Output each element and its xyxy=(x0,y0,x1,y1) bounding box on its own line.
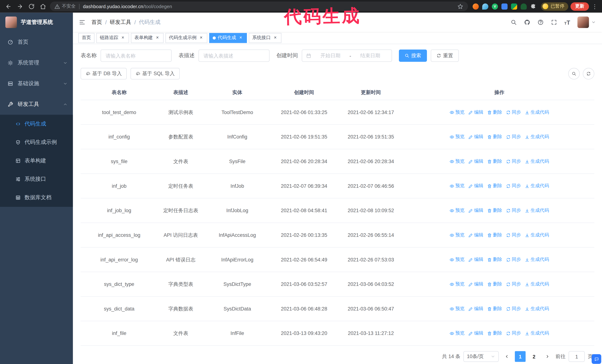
preview-link[interactable]: 预览 xyxy=(450,232,464,238)
edit-link[interactable]: 编辑 xyxy=(468,232,484,238)
tag-codegen-example[interactable]: 代码生成示例× xyxy=(165,33,207,43)
create-time-range-picker[interactable]: 开始日期 - 结束日期 xyxy=(302,49,392,62)
edit-link[interactable]: 编辑 xyxy=(468,109,484,115)
prev-page-button[interactable] xyxy=(502,351,512,362)
page-number-2[interactable]: 2 xyxy=(529,351,539,362)
preview-link[interactable]: 预览 xyxy=(450,207,464,214)
close-icon[interactable]: × xyxy=(238,35,243,41)
search-button[interactable]: 搜索 xyxy=(399,49,427,62)
sidebar-item-home[interactable]: 首页 xyxy=(0,32,73,52)
bookmark-star-icon[interactable] xyxy=(457,3,463,10)
profile-paused-badge[interactable]: 已暂停 xyxy=(541,2,568,10)
preview-link[interactable]: 预览 xyxy=(450,330,464,337)
app-logo[interactable]: 芋道管理系统 xyxy=(0,13,73,32)
toggle-search-button[interactable] xyxy=(568,68,580,79)
sync-link[interactable]: 同步 xyxy=(506,207,521,214)
help-icon[interactable] xyxy=(537,19,543,25)
sync-link[interactable]: 同步 xyxy=(506,305,521,312)
fullscreen-icon[interactable] xyxy=(551,19,557,25)
sidebar-item-system[interactable]: 系统管理 xyxy=(0,52,73,73)
user-menu[interactable] xyxy=(577,16,596,28)
tag-form-builder[interactable]: 表单构建× xyxy=(131,33,163,43)
sidebar-item-db-doc[interactable]: 数据库文档 xyxy=(0,188,73,207)
edit-link[interactable]: 编辑 xyxy=(468,256,484,263)
table-name-input[interactable] xyxy=(101,49,172,62)
generate-code-link[interactable]: 生成代码 xyxy=(525,183,549,189)
delete-link[interactable]: 删除 xyxy=(487,256,502,263)
breadcrumb-dev-tools[interactable]: 研发工具 xyxy=(110,19,131,26)
browser-back-button[interactable] xyxy=(4,2,13,11)
close-icon[interactable]: × xyxy=(120,35,126,41)
sidebar-item-dev-tools[interactable]: 研发工具 xyxy=(0,94,73,115)
tag-codegen[interactable]: 代码生成× xyxy=(209,33,247,43)
sync-link[interactable]: 同步 xyxy=(506,183,521,189)
delete-link[interactable]: 删除 xyxy=(487,330,502,337)
goto-page-input[interactable] xyxy=(569,351,585,362)
delete-link[interactable]: 删除 xyxy=(487,281,502,287)
sync-link[interactable]: 同步 xyxy=(506,281,521,287)
preview-link[interactable]: 预览 xyxy=(450,183,464,189)
generate-code-link[interactable]: 生成代码 xyxy=(525,232,549,238)
generate-code-link[interactable]: 生成代码 xyxy=(525,330,549,337)
edit-link[interactable]: 编辑 xyxy=(468,305,484,312)
tag-system-api[interactable]: 系统接口× xyxy=(249,33,281,43)
sync-link[interactable]: 同步 xyxy=(506,109,521,115)
sync-link[interactable]: 同步 xyxy=(506,158,521,165)
close-icon[interactable]: × xyxy=(273,35,278,41)
breadcrumb-home[interactable]: 首页 xyxy=(91,19,102,26)
sidebar-item-form-builder[interactable]: 表单构建 xyxy=(0,152,73,170)
edit-link[interactable]: 编辑 xyxy=(468,281,484,287)
sync-link[interactable]: 同步 xyxy=(506,134,521,140)
delete-link[interactable]: 删除 xyxy=(487,158,502,165)
page-number-1[interactable]: 1 xyxy=(515,351,526,362)
generate-code-link[interactable]: 生成代码 xyxy=(525,207,549,214)
extension-icon-4[interactable] xyxy=(501,3,507,10)
tag-tracing[interactable]: 链路追踪× xyxy=(96,33,129,43)
generate-code-link[interactable]: 生成代码 xyxy=(525,109,549,115)
next-page-button[interactable] xyxy=(543,351,553,362)
page-size-select[interactable]: 10条/页 xyxy=(463,351,499,362)
extension-icon-2[interactable] xyxy=(482,3,488,10)
delete-link[interactable]: 删除 xyxy=(487,183,502,189)
browser-home-button[interactable] xyxy=(38,2,48,11)
extension-icon-5[interactable] xyxy=(511,3,517,10)
generate-code-link[interactable]: 生成代码 xyxy=(525,256,549,263)
sidebar-item-codegen[interactable]: 代码生成 xyxy=(0,115,73,133)
delete-link[interactable]: 删除 xyxy=(487,109,502,115)
search-icon[interactable] xyxy=(510,19,516,25)
delete-link[interactable]: 删除 xyxy=(487,134,502,140)
edit-link[interactable]: 编辑 xyxy=(468,330,484,337)
address-bar[interactable]: 不安全 dashboard.yudao.iocoder.cn/tool/code… xyxy=(50,1,468,11)
font-size-icon[interactable]: TT xyxy=(564,19,570,26)
preview-link[interactable]: 预览 xyxy=(450,158,464,165)
sync-link[interactable]: 同步 xyxy=(506,232,521,238)
extensions-puzzle-icon[interactable] xyxy=(530,3,536,10)
extension-icon-6[interactable] xyxy=(521,3,527,10)
preview-link[interactable]: 预览 xyxy=(450,281,464,287)
github-icon[interactable] xyxy=(524,19,530,25)
reset-button[interactable]: 重置 xyxy=(431,49,459,62)
sidebar-item-codegen-example[interactable]: 代码生成示例 xyxy=(0,133,73,151)
edit-link[interactable]: 编辑 xyxy=(468,207,484,214)
browser-forward-button[interactable] xyxy=(15,2,25,11)
import-db-button[interactable]: 基于 DB 导入 xyxy=(81,68,127,79)
extension-icon-3[interactable]: V xyxy=(492,3,498,10)
edit-link[interactable]: 编辑 xyxy=(468,134,484,140)
sidebar-toggle-icon[interactable] xyxy=(79,19,85,25)
preview-link[interactable]: 预览 xyxy=(450,305,464,312)
generate-code-link[interactable]: 生成代码 xyxy=(525,158,549,165)
preview-link[interactable]: 预览 xyxy=(450,256,464,263)
edit-link[interactable]: 编辑 xyxy=(468,183,484,189)
browser-update-button[interactable]: 更新 xyxy=(570,2,589,10)
generate-code-link[interactable]: 生成代码 xyxy=(525,281,549,287)
preview-link[interactable]: 预览 xyxy=(450,109,464,115)
close-icon[interactable]: × xyxy=(155,35,160,41)
floating-widget[interactable] xyxy=(592,354,601,364)
refresh-table-button[interactable] xyxy=(583,68,594,79)
tag-home[interactable]: 首页 xyxy=(78,33,95,43)
close-icon[interactable]: × xyxy=(199,35,204,41)
import-sql-button[interactable]: 基于 SQL 导入 xyxy=(130,68,180,79)
sidebar-item-infra[interactable]: 基础设施 xyxy=(0,73,73,94)
sidebar-item-system-api[interactable]: 系统接口 xyxy=(0,170,73,188)
delete-link[interactable]: 删除 xyxy=(487,305,502,312)
